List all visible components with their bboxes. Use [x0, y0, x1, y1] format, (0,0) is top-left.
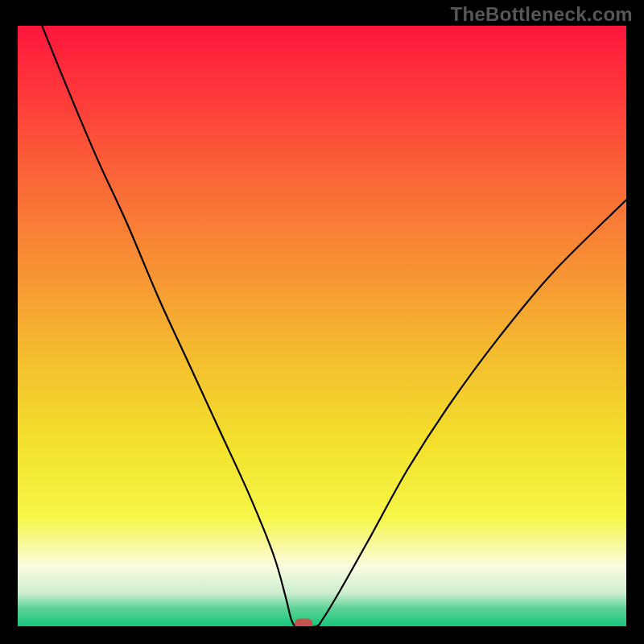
watermark-text: TheBottleneck.com: [451, 3, 633, 26]
plot-area: [18, 26, 626, 626]
optimum-marker: [295, 619, 312, 627]
chart-svg: [18, 26, 626, 626]
gradient-rect: [18, 26, 626, 626]
chart-frame: TheBottleneck.com: [0, 0, 644, 644]
